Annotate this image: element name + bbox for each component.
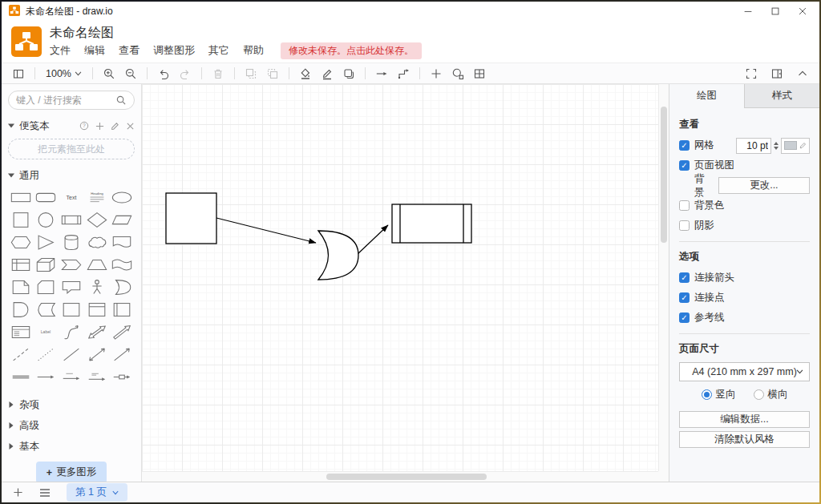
shape-arrow[interactable] xyxy=(109,321,135,343)
close-button[interactable] xyxy=(789,2,816,20)
more-shapes-button[interactable]: + 更多图形 xyxy=(36,462,107,482)
shadow-icon[interactable] xyxy=(342,67,356,81)
shape-and[interactable] xyxy=(8,298,34,321)
horizontal-scrollbar-thumb[interactable] xyxy=(326,474,487,480)
shape-triangle[interactable] xyxy=(34,231,59,253)
menu-item[interactable]: 文件 xyxy=(50,43,71,58)
shape-square[interactable] xyxy=(8,208,34,231)
radio-button[interactable] xyxy=(754,389,764,400)
waypoints-icon[interactable] xyxy=(396,67,410,81)
zoom-out-icon[interactable] xyxy=(123,67,138,81)
general-section-header[interactable]: 通用 xyxy=(8,169,135,182)
shape-diamond[interactable] xyxy=(84,208,110,231)
orientation-landscape[interactable]: 横向 xyxy=(754,388,788,401)
shape-document[interactable] xyxy=(109,231,135,253)
background-color-checkbox[interactable] xyxy=(679,200,690,211)
diagram-node-or[interactable] xyxy=(318,231,358,280)
shape-cloud[interactable] xyxy=(84,231,110,253)
scratchpad-drop-area[interactable]: 把元素拖至此处 xyxy=(8,139,135,159)
toggle-panels-icon[interactable] xyxy=(11,67,26,81)
close-scratchpad-icon[interactable] xyxy=(126,122,135,131)
tab-diagram[interactable]: 绘图 xyxy=(669,84,744,108)
shape-label-arrow[interactable] xyxy=(59,365,84,388)
shape-line[interactable] xyxy=(59,343,84,365)
add-page-button[interactable] xyxy=(13,487,23,498)
grid-checkbox[interactable]: ✓ xyxy=(679,140,690,151)
grid-size-stepper[interactable] xyxy=(774,142,779,150)
shape-arrow-link[interactable] xyxy=(34,365,59,388)
shape-step[interactable] xyxy=(59,253,84,276)
shape-parallelogram[interactable] xyxy=(109,208,135,231)
option-checkbox[interactable]: ✓ xyxy=(679,272,690,283)
clear-default-style-button[interactable]: 清除默认风格 xyxy=(679,431,810,448)
menu-item[interactable]: 查看 xyxy=(119,43,140,58)
fill-color-icon[interactable] xyxy=(298,67,313,81)
option-checkbox[interactable]: ✓ xyxy=(679,292,690,303)
tab-style[interactable]: 样式 xyxy=(744,84,819,107)
pages-menu-button[interactable] xyxy=(39,488,51,498)
shape-internal-storage[interactable] xyxy=(8,253,34,276)
option-checkbox[interactable]: ✓ xyxy=(679,312,690,323)
edit-scratchpad-icon[interactable] xyxy=(111,122,119,131)
shape-or[interactable] xyxy=(109,276,135,298)
format-panel-icon[interactable] xyxy=(770,67,784,81)
edit-data-button[interactable]: 编辑数据... xyxy=(679,411,810,428)
diagram-node-square[interactable] xyxy=(166,193,216,244)
shape-callout[interactable] xyxy=(59,276,84,298)
shape-cylinder[interactable] xyxy=(59,231,84,253)
shape-label[interactable]: Label xyxy=(34,321,59,343)
shape-cube[interactable] xyxy=(34,253,59,276)
shape-dashed-line[interactable] xyxy=(8,343,34,365)
shape-rectangle[interactable] xyxy=(8,186,34,208)
shape-bidirectional-connector[interactable] xyxy=(84,343,110,365)
menu-item[interactable]: 其它 xyxy=(208,43,229,58)
shape-container[interactable] xyxy=(59,298,84,321)
freehand-icon[interactable] xyxy=(451,67,465,81)
drawing-canvas[interactable] xyxy=(142,84,669,482)
table-icon[interactable] xyxy=(472,67,487,81)
sidebar-section-collapsed[interactable]: 高级 xyxy=(8,415,135,436)
shape-card[interactable] xyxy=(34,276,59,298)
sidebar-section-collapsed[interactable]: 杂项 xyxy=(8,394,135,415)
shape-tape[interactable] xyxy=(109,253,135,276)
minimize-button[interactable] xyxy=(734,2,762,20)
radio-button[interactable] xyxy=(702,389,712,400)
zoom-in-icon[interactable] xyxy=(102,67,116,81)
sidebar-section-collapsed[interactable]: 基本 xyxy=(8,436,135,457)
fullscreen-icon[interactable] xyxy=(744,67,758,81)
shadow-checkbox[interactable] xyxy=(679,220,690,231)
undo-icon[interactable] xyxy=(156,67,171,81)
shape-search[interactable] xyxy=(8,91,135,110)
diagram-edge[interactable] xyxy=(357,225,388,255)
orientation-portrait[interactable]: 竖向 xyxy=(702,388,736,401)
edit-style-icon[interactable] xyxy=(320,67,334,81)
vertical-scrollbar-thumb[interactable] xyxy=(661,107,667,243)
shape-circle[interactable] xyxy=(34,208,59,231)
shape-link[interactable] xyxy=(8,365,34,388)
shape-data-storage[interactable] xyxy=(34,298,59,321)
shape-bidirectional-arrow[interactable] xyxy=(84,321,110,343)
paper-size-select[interactable]: A4 (210 mm x 297 mm) xyxy=(679,362,810,381)
shape-curve[interactable] xyxy=(59,321,84,343)
shape-textbox[interactable]: Heading xyxy=(84,186,110,208)
shape-window[interactable] xyxy=(84,298,110,321)
shape-directional-connector[interactable] xyxy=(109,343,135,365)
shape-rounded-rectangle[interactable] xyxy=(34,186,59,208)
menu-item[interactable]: 编辑 xyxy=(84,43,105,58)
connection-icon[interactable] xyxy=(374,67,389,81)
diagram-edge[interactable] xyxy=(216,218,316,243)
shape-entity-relation[interactable] xyxy=(109,365,135,388)
vertical-scrollbar[interactable] xyxy=(658,84,669,471)
maximize-button[interactable] xyxy=(762,2,789,20)
horizontal-scrollbar[interactable] xyxy=(142,471,658,482)
add-scratchpad-icon[interactable] xyxy=(95,122,104,131)
shape-list[interactable] xyxy=(8,321,34,343)
shape-trapezoid[interactable] xyxy=(84,253,110,276)
help-icon[interactable]: ? xyxy=(79,121,89,131)
shape-label-arrow-2[interactable] xyxy=(84,365,110,388)
page-view-checkbox[interactable]: ✓ xyxy=(679,160,690,171)
shape-hexagon[interactable] xyxy=(8,231,34,253)
search-input[interactable] xyxy=(16,95,115,106)
menu-item[interactable]: 帮助 xyxy=(243,43,264,58)
menu-item[interactable]: 调整图形 xyxy=(153,43,195,58)
